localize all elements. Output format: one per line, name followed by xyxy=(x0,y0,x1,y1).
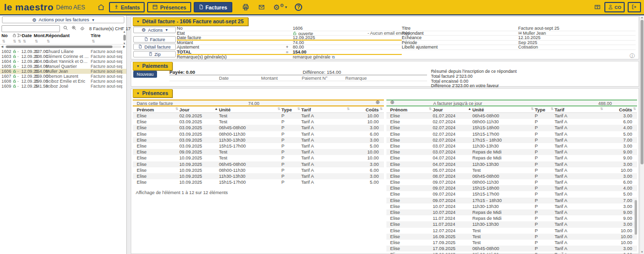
column-date[interactable]: Date xyxy=(22,33,32,38)
presence-row[interactable]: Elise10.09.202515h15-17h00PTarif A5.00 xyxy=(133,179,384,185)
sort-both-icon[interactable]: ⇅ xyxy=(633,107,636,111)
column-jour[interactable]: Jour▲ xyxy=(433,107,473,112)
presence-row[interactable]: Elise02.07.202408h00-11h30PTarif A6.00 xyxy=(386,119,638,125)
presence-row[interactable]: Elise01.07.202406h45-08h00PTarif A3.00 xyxy=(386,113,638,119)
sort-both-icon[interactable]: ⇅ xyxy=(47,39,50,44)
move-all-icon[interactable]: ⊕ xyxy=(390,100,394,105)
presence-row[interactable]: Elise03.07.202411h30-13h30PTarif A3.00 xyxy=(386,143,638,149)
column-remarque[interactable]: Remarque xyxy=(345,76,367,81)
external-link-icon[interactable]: ⧉ xyxy=(332,55,335,59)
column-coûts[interactable]: Coûts⇅ xyxy=(604,107,638,112)
column-prénom[interactable]: Prénom⇅ xyxy=(390,107,433,112)
lock-column-icon[interactable] xyxy=(12,33,16,39)
scrollbar-thumb[interactable] xyxy=(635,200,637,235)
scrollbar-thumb[interactable] xyxy=(641,20,644,164)
home-icon[interactable] xyxy=(97,3,105,11)
docs-icon[interactable] xyxy=(593,4,601,10)
invoice-row[interactable]: 1609-12.09.25341.50sciboz JoséFacture ao… xyxy=(0,84,126,89)
presence-row[interactable]: Elise03.09.202511h30-13h30PTarif A3.00 xyxy=(133,137,384,143)
column-jour[interactable]: Jour▲ xyxy=(179,107,219,112)
move-all-icon[interactable]: ⊕ xyxy=(376,100,379,105)
nav-factures-button[interactable]: Factures xyxy=(194,2,232,12)
column-date[interactable]: Date xyxy=(219,76,229,81)
column-unité[interactable]: Unité⇅ xyxy=(473,107,535,112)
presence-row[interactable]: Elise04.07.202411h30-13h30PTarif A3.00 xyxy=(386,161,638,167)
search-icon[interactable] xyxy=(63,25,68,32)
invoice-row[interactable]: 1607-12.09.25159.00Oberson LaurentFactur… xyxy=(0,74,126,79)
invoices-actions-menu-button[interactable]: ⚙ Actions pour les factures ▾ xyxy=(2,16,124,23)
send-column-icon[interactable] xyxy=(17,33,22,39)
presence-row[interactable]: Elise11.07.2024Repas de MidiPTarif A9.00 xyxy=(386,215,638,221)
presence-row[interactable]: Elise04.07.2024Repas de MidiPTarif A9.00 xyxy=(386,155,638,161)
presence-row[interactable]: Elise09.07.202415h15-18h00PTarif A4.00 xyxy=(386,185,638,191)
column-amount[interactable]: Mont. xyxy=(34,33,46,38)
sort-both-icon[interactable]: ⇅ xyxy=(13,39,16,44)
column-paiement-no[interactable]: Paiement N° xyxy=(302,76,327,81)
invoice-row[interactable]: 1605-12.09.25164.00Manuel QuartierFactur… xyxy=(0,64,126,69)
user-account-button[interactable]: CO xyxy=(604,2,625,12)
facture-pdf-button[interactable]: Facture xyxy=(133,36,176,43)
sort-both-icon[interactable]: ⇅ xyxy=(600,107,603,111)
sort-both-icon[interactable]: ⇅ xyxy=(531,107,534,111)
nav-enfants-button[interactable]: Enfants xyxy=(109,2,145,12)
logout-button[interactable] xyxy=(628,2,641,12)
presence-row[interactable]: Elise16.09.2025TestPTarif A10.00 xyxy=(386,234,638,240)
invoice-row[interactable]: 1603-12.09.25108.00Clément Corinne et Ch… xyxy=(0,54,126,59)
sort-asc-icon[interactable]: ▲ xyxy=(468,107,472,110)
column-type[interactable]: Type⇅ xyxy=(281,107,301,112)
presence-row[interactable]: Elise12.07.2024TestPTarif A10.00 xyxy=(386,228,638,234)
column-montant[interactable]: Montant xyxy=(261,76,278,81)
sort-both-icon[interactable]: ⇅ xyxy=(175,107,178,111)
sort-both-icon[interactable]: ⇅ xyxy=(429,107,432,111)
payments-section-header[interactable]: ▼ Paiements xyxy=(133,62,172,70)
nav-presences-button[interactable]: Présences xyxy=(147,2,191,12)
sort-both-icon[interactable]: ⇅ xyxy=(380,107,383,111)
presence-row[interactable]: Elise10.09.202506h45-08h00PTarif A3.00 xyxy=(133,161,384,167)
presence-row[interactable]: Elise03.09.202508h00-11h30PTarif A6.00 xyxy=(133,131,384,137)
presence-row[interactable]: Elise03.07.2024Repas de MidiPTarif A9.00 xyxy=(386,149,638,155)
column-tarif[interactable]: Tarif⇅ xyxy=(555,107,604,112)
detail-actions-button[interactable]: ⚙ Actions ▾ xyxy=(133,27,176,33)
invoice-row[interactable]: 1608-12.09.25299.00Sciboz Emilie et Eric… xyxy=(0,79,126,84)
column-coûts[interactable]: Coûts⇅ xyxy=(351,107,384,112)
presence-row[interactable]: Elise05.07.2024TestPTarif A10.00 xyxy=(386,167,638,173)
presence-row[interactable]: Elise17.09.2025TestPTarif A10.00 xyxy=(386,240,638,246)
sort-both-icon[interactable]: ⇅ xyxy=(2,39,5,44)
presence-row[interactable]: Elise10.09.202508h00-11h30PTarif A6.00 xyxy=(133,167,384,173)
column-no[interactable]: No xyxy=(1,33,7,38)
search-input[interactable] xyxy=(1,25,60,32)
invoice-row[interactable]: 1606-12.09.25154.00Muller JeanFacture ao… xyxy=(0,69,126,74)
sort-both-icon[interactable]: ⇅ xyxy=(92,39,95,44)
sort-both-icon[interactable]: ⇅ xyxy=(347,107,350,111)
presence-row[interactable]: Elise17.09.202506h45-08h00PTarif A3.00 xyxy=(386,246,638,252)
settings-gears-icon[interactable]: ⚙⚙▾ xyxy=(273,3,287,11)
presence-row[interactable]: Elise02.07.202417h15 - 18h30PTarif A7.00 xyxy=(386,137,638,143)
detail-section-header[interactable]: ▼ Détail facture - 1606 Facture aout-sep… xyxy=(133,17,248,26)
presence-row[interactable]: Elise11.07.202411h30-13h30PTarif A3.00 xyxy=(386,221,638,227)
zoom-in-icon[interactable] xyxy=(71,25,77,32)
sort-both-icon[interactable]: ⇅ xyxy=(277,107,280,111)
sort-both-icon[interactable]: ⇅ xyxy=(18,39,21,44)
presence-row[interactable]: Elise09.07.202408h00-11h30PTarif A6.00 xyxy=(386,179,638,185)
scroll-up-icon[interactable]: ▲ xyxy=(640,15,644,19)
sort-asc-icon[interactable]: ▲ xyxy=(215,107,218,110)
presence-row[interactable]: Elise02.09.2025TestPTarif A10.00 xyxy=(133,113,384,119)
presence-row[interactable]: Elise08.07.202406h45-08h00PTarif A3.00 xyxy=(386,173,638,179)
clear-search-icon[interactable] xyxy=(80,25,85,32)
presence-row[interactable]: Elise02.07.202415h15-18h00PTarif A4.00 xyxy=(386,125,638,131)
scrollbar-thumb[interactable] xyxy=(123,35,126,41)
presence-row[interactable]: Elise17.09.202508h00-11h30PTarif A6.00 xyxy=(386,252,638,254)
scroll-right-icon[interactable]: ▶ xyxy=(123,45,125,48)
column-payer[interactable]: Répondant xyxy=(46,33,70,38)
scroll-left-icon[interactable]: ◀ xyxy=(1,45,3,48)
presence-row[interactable]: Elise03.09.202515h15-17h00PTarif A5.00 xyxy=(133,143,384,149)
column-unité[interactable]: Unité⇅ xyxy=(219,107,281,112)
envelope-icon[interactable] xyxy=(258,4,266,10)
compose-email-icon[interactable]: ✉ xyxy=(518,31,522,36)
sort-both-icon[interactable]: ⇅ xyxy=(297,107,300,111)
scroll-up-icon[interactable]: ▲ xyxy=(123,30,126,33)
scrollbar-thumb[interactable] xyxy=(6,46,112,48)
invoice-row[interactable]: 1604-12.09.25404.00Gobet Yannick et Osca… xyxy=(0,59,126,64)
column-type[interactable]: Type⇅ xyxy=(535,107,555,112)
presence-row[interactable]: Elise02.07.202415h15-17h00PTarif A5.00 xyxy=(386,131,638,137)
